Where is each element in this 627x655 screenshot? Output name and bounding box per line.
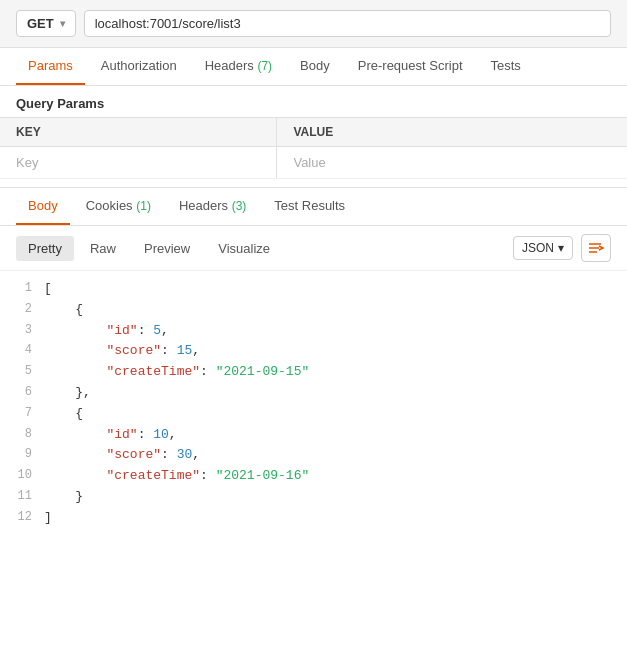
json-line-2: 2 {	[0, 300, 627, 321]
tab-body[interactable]: Body	[288, 48, 342, 85]
format-right: JSON ▾	[513, 234, 611, 262]
method-chevron: ▾	[60, 18, 65, 29]
json-line-6: 6 },	[0, 383, 627, 404]
json-line-8: 8 "id": 10,	[0, 425, 627, 446]
wrap-icon	[587, 240, 605, 256]
url-bar: GET ▾	[0, 0, 627, 48]
param-key-input[interactable]: Key	[0, 147, 277, 179]
query-params-title: Query Params	[0, 86, 627, 117]
tab-prerequest[interactable]: Pre-request Script	[346, 48, 475, 85]
tab-tests[interactable]: Tests	[479, 48, 533, 85]
json-line-10: 10 "createTime": "2021-09-16"	[0, 466, 627, 487]
json-line-9: 9 "score": 30,	[0, 445, 627, 466]
tab-params[interactable]: Params	[16, 48, 85, 85]
col-key: KEY	[0, 118, 277, 147]
res-tab-testresults[interactable]: Test Results	[262, 188, 357, 225]
tab-headers[interactable]: Headers (7)	[193, 48, 284, 85]
table-row: Key Value	[0, 147, 627, 179]
json-line-12: 12 ]	[0, 508, 627, 529]
fmt-preview[interactable]: Preview	[132, 236, 202, 261]
json-line-11: 11 }	[0, 487, 627, 508]
method-label: GET	[27, 16, 54, 31]
json-chevron: ▾	[558, 241, 564, 255]
res-tab-headers[interactable]: Headers (3)	[167, 188, 258, 225]
fmt-pretty[interactable]: Pretty	[16, 236, 74, 261]
params-table: KEY VALUE Key Value	[0, 117, 627, 179]
json-line-4: 4 "score": 15,	[0, 341, 627, 362]
method-selector[interactable]: GET ▾	[16, 10, 76, 37]
response-tabs: Body Cookies (1) Headers (3) Test Result…	[0, 188, 627, 226]
response-section: Body Cookies (1) Headers (3) Test Result…	[0, 187, 627, 537]
request-tabs: Params Authorization Headers (7) Body Pr…	[0, 48, 627, 86]
fmt-raw[interactable]: Raw	[78, 236, 128, 261]
json-body: 1 [ 2 { 3 "id": 5, 4 "score": 15, 5 "	[0, 271, 627, 537]
param-value-input[interactable]: Value	[277, 147, 627, 179]
res-tab-cookies[interactable]: Cookies (1)	[74, 188, 163, 225]
col-value: VALUE	[277, 118, 627, 147]
wrap-button[interactable]	[581, 234, 611, 262]
fmt-visualize[interactable]: Visualize	[206, 236, 282, 261]
tab-authorization[interactable]: Authorization	[89, 48, 189, 85]
json-line-3: 3 "id": 5,	[0, 321, 627, 342]
json-line-5: 5 "createTime": "2021-09-15"	[0, 362, 627, 383]
res-tab-body[interactable]: Body	[16, 188, 70, 225]
format-bar: Pretty Raw Preview Visualize JSON ▾	[0, 226, 627, 271]
json-line-1: 1 [	[0, 279, 627, 300]
json-line-7: 7 {	[0, 404, 627, 425]
json-format-selector[interactable]: JSON ▾	[513, 236, 573, 260]
url-input[interactable]	[84, 10, 611, 37]
